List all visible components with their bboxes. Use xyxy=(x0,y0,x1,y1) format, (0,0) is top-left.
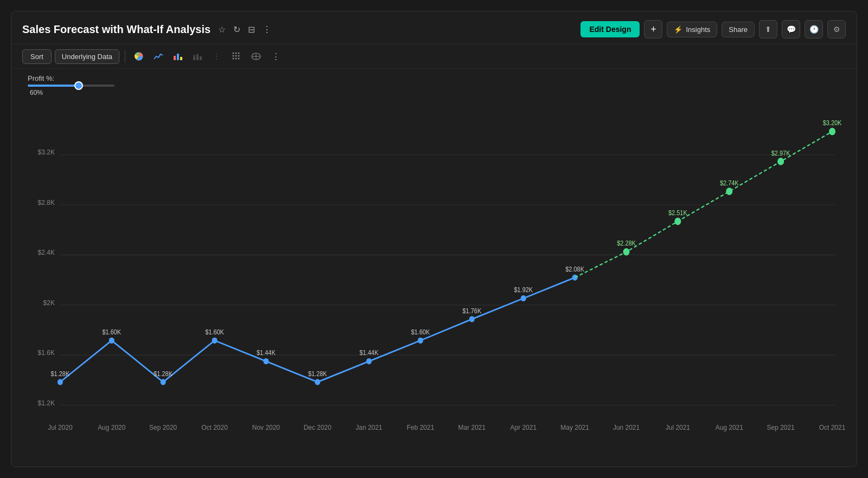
header-left: Sales Forecast with What-If Analysis ☆ ↻… xyxy=(22,23,272,36)
svg-text:Jun 2021: Jun 2021 xyxy=(613,423,640,431)
svg-text:$1.60K: $1.60K xyxy=(205,328,224,335)
profit-slider[interactable] xyxy=(28,85,114,87)
refresh-icon[interactable]: ↻ xyxy=(232,23,241,36)
green-dot-5 xyxy=(829,128,835,135)
svg-rect-7 xyxy=(196,54,199,55)
sort-button[interactable]: Sort xyxy=(22,49,52,64)
svg-text:$2.74K: $2.74K xyxy=(720,179,739,186)
svg-text:Jul 2020: Jul 2020 xyxy=(48,423,72,431)
toolbar-separator-1 xyxy=(125,50,125,63)
svg-rect-5 xyxy=(193,55,195,57)
page-title: Sales Forecast with What-If Analysis xyxy=(22,23,210,36)
export-icon[interactable]: ⬆ xyxy=(759,20,777,38)
svg-text:$1.60K: $1.60K xyxy=(102,328,121,335)
favorite-icon[interactable]: ☆ xyxy=(217,23,227,36)
insights-label: Insights xyxy=(686,25,710,34)
svg-rect-1 xyxy=(174,56,176,60)
blue-line xyxy=(60,277,575,382)
svg-rect-22 xyxy=(60,106,835,405)
svg-text:Nov 2020: Nov 2020 xyxy=(252,423,280,431)
svg-text:Apr 2021: Apr 2021 xyxy=(510,423,537,431)
svg-text:$1.44K: $1.44K xyxy=(257,349,276,357)
svg-text:$3.20K: $3.20K xyxy=(823,119,842,127)
svg-text:$2.51K: $2.51K xyxy=(668,209,687,216)
dot-matrix-icon[interactable] xyxy=(228,49,245,64)
slider-value: 60% xyxy=(30,89,846,96)
svg-point-16 xyxy=(233,58,234,60)
svg-text:$1.44K: $1.44K xyxy=(360,349,379,357)
svg-text:Feb 2021: Feb 2021 xyxy=(407,423,435,431)
dashboard-container: Sales Forecast with What-If Analysis ☆ ↻… xyxy=(11,11,857,467)
svg-text:$1.28K: $1.28K xyxy=(154,370,173,377)
svg-rect-2 xyxy=(177,54,179,60)
green-dot-2 xyxy=(674,218,681,225)
blue-dot-8 xyxy=(418,338,423,344)
pie-chart-icon[interactable] xyxy=(131,49,147,64)
svg-rect-8 xyxy=(200,56,202,60)
save-icon[interactable]: ⊟ xyxy=(247,23,256,36)
bar-chart-icon[interactable] xyxy=(170,49,186,64)
blue-dot-9 xyxy=(469,316,475,322)
header-icon-group: ☆ ↻ ⊟ ⋮ xyxy=(217,23,272,36)
svg-rect-6 xyxy=(196,55,199,60)
header-right: Edit Design + ⚡ Insights Share ⬆ 💬 🕐 ⚙ xyxy=(580,20,846,38)
more-options-icon[interactable]: ⋮ xyxy=(261,23,272,36)
comment-icon[interactable]: 💬 xyxy=(782,20,800,38)
svg-text:Oct 2021: Oct 2021 xyxy=(819,423,846,431)
blue-dot-2 xyxy=(109,338,114,344)
green-dot-4 xyxy=(777,158,784,165)
slider-container: Profit %: 60% xyxy=(22,74,846,100)
more-chart-options[interactable]: ⋮ xyxy=(267,49,284,64)
svg-point-14 xyxy=(235,55,237,57)
svg-text:Mar 2021: Mar 2021 xyxy=(458,423,486,431)
svg-text:$3.2K: $3.2K xyxy=(38,148,55,157)
line-chart-icon[interactable] xyxy=(150,49,167,64)
slider-wrapper xyxy=(28,85,846,87)
green-dot-3 xyxy=(726,188,732,195)
toolbar: Sort Underlying Data ⋮⋮ ⋮ xyxy=(11,44,857,69)
chart-svg-container: $1.2K $1.6K $2K $2.4K $2.8K $3.2K Jul 20… xyxy=(22,100,846,454)
svg-text:Aug 2020: Aug 2020 xyxy=(98,423,125,431)
svg-rect-3 xyxy=(180,57,182,60)
svg-text:May 2021: May 2021 xyxy=(560,423,589,431)
scatter-icon[interactable]: ⋮⋮ xyxy=(209,49,225,64)
chart-area: Profit %: 60% $1.2K $1.6K $2K $2.4K xyxy=(11,69,857,467)
edit-design-button[interactable]: Edit Design xyxy=(580,21,640,37)
svg-text:$2K: $2K xyxy=(43,298,55,307)
blue-dot-7 xyxy=(366,358,372,364)
svg-text:Dec 2020: Dec 2020 xyxy=(304,423,331,431)
blue-dot-1 xyxy=(58,379,63,385)
svg-text:$1.92K: $1.92K xyxy=(514,286,533,294)
svg-point-12 xyxy=(238,53,240,54)
svg-text:Jul 2021: Jul 2021 xyxy=(666,423,690,431)
svg-point-17 xyxy=(235,58,237,60)
line-chart-svg: $1.2K $1.6K $2K $2.4K $2.8K $3.2K Jul 20… xyxy=(22,100,846,454)
map-icon[interactable] xyxy=(248,49,264,64)
svg-text:$2.8K: $2.8K xyxy=(38,198,55,206)
svg-point-11 xyxy=(235,53,237,54)
svg-text:$2.28K: $2.28K xyxy=(617,240,636,247)
share-button[interactable]: Share xyxy=(722,22,755,37)
history-icon[interactable]: 🕐 xyxy=(805,20,823,38)
slider-label: Profit %: xyxy=(28,74,846,82)
svg-text:$1.76K: $1.76K xyxy=(463,307,482,314)
svg-point-15 xyxy=(238,55,240,57)
svg-text:⋮⋮: ⋮⋮ xyxy=(213,52,222,61)
svg-text:$1.28K: $1.28K xyxy=(308,370,327,377)
svg-text:$1.28K: $1.28K xyxy=(51,370,70,377)
header: Sales Forecast with What-If Analysis ☆ ↻… xyxy=(11,11,857,44)
underlying-data-button[interactable]: Underlying Data xyxy=(55,49,119,64)
svg-point-10 xyxy=(233,53,234,54)
add-button[interactable]: + xyxy=(644,20,662,38)
svg-rect-4 xyxy=(193,57,195,60)
svg-point-18 xyxy=(238,58,240,60)
svg-text:$2.97K: $2.97K xyxy=(771,149,790,157)
svg-text:Jan 2021: Jan 2021 xyxy=(356,423,382,431)
svg-text:$2.08K: $2.08K xyxy=(565,265,584,273)
svg-text:Sep 2021: Sep 2021 xyxy=(767,423,795,431)
insights-button[interactable]: ⚡ Insights xyxy=(667,22,717,37)
svg-text:$1.6K: $1.6K xyxy=(38,348,55,357)
settings-icon[interactable]: ⚙ xyxy=(827,20,846,38)
stacked-bar-icon[interactable] xyxy=(189,49,206,64)
blue-dot-10 xyxy=(521,295,526,301)
